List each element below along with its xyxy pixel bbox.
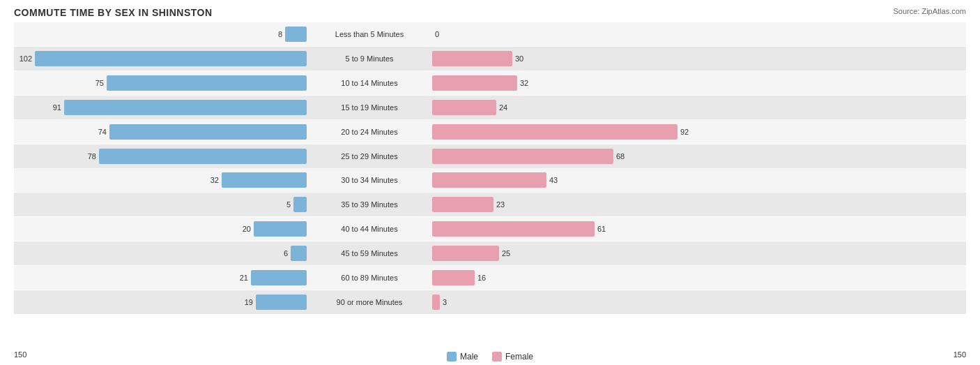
chart-container: COMMUTE TIME BY SEX IN SHINNSTON Source:… bbox=[0, 0, 980, 365]
bar-row: 8Less than 5 Minutes0 bbox=[14, 22, 966, 46]
female-bar bbox=[432, 246, 499, 261]
male-value: 20 bbox=[243, 225, 251, 233]
male-value: 78 bbox=[88, 152, 96, 161]
female-value: 24 bbox=[499, 103, 507, 112]
legend-male: Male bbox=[447, 352, 478, 362]
bar-row: 645 to 59 Minutes25 bbox=[14, 241, 966, 265]
female-section: 68 bbox=[432, 144, 725, 168]
female-bar bbox=[432, 149, 613, 164]
male-bar bbox=[285, 27, 307, 42]
female-value: 92 bbox=[680, 128, 689, 136]
bar-row: 3230 to 34 Minutes43 bbox=[14, 168, 966, 192]
female-section: 92 bbox=[432, 120, 725, 144]
male-value: 21 bbox=[240, 274, 248, 282]
legend-male-box bbox=[447, 352, 457, 362]
axis-label-left: 150 bbox=[14, 350, 26, 359]
male-bar bbox=[256, 295, 307, 310]
female-section: 25 bbox=[432, 241, 725, 265]
male-section: 74 bbox=[14, 120, 307, 144]
source-text: Source: ZipAtlas.com bbox=[893, 7, 966, 15]
legend-female-box bbox=[492, 352, 502, 362]
female-value: 0 bbox=[435, 30, 439, 38]
female-bar bbox=[432, 295, 440, 310]
female-bar bbox=[432, 75, 517, 91]
bar-row: 7510 to 14 Minutes32 bbox=[14, 71, 966, 95]
female-bar bbox=[432, 124, 677, 140]
legend-female-label: Female bbox=[505, 352, 533, 362]
bars-area: 8Less than 5 Minutes01025 to 9 Minutes30… bbox=[14, 22, 966, 314]
bar-row: 2040 to 44 Minutes61 bbox=[14, 217, 966, 241]
male-section: 21 bbox=[14, 266, 307, 290]
male-section: 78 bbox=[14, 144, 307, 168]
legend-female: Female bbox=[492, 352, 533, 362]
female-section: 61 bbox=[432, 217, 725, 241]
male-value: 75 bbox=[95, 79, 104, 87]
bar-label: 45 to 59 Minutes bbox=[307, 249, 432, 258]
female-value: 25 bbox=[502, 249, 510, 258]
bar-row: 7825 to 29 Minutes68 bbox=[14, 144, 966, 168]
male-section: 8 bbox=[14, 22, 307, 46]
female-bar bbox=[432, 51, 512, 66]
male-value: 74 bbox=[98, 128, 107, 136]
male-section: 6 bbox=[14, 241, 307, 265]
bar-label: 25 to 29 Minutes bbox=[307, 152, 432, 161]
female-section: 32 bbox=[432, 71, 725, 95]
bar-row: 7420 to 24 Minutes92 bbox=[14, 120, 966, 144]
bar-label: 35 to 39 Minutes bbox=[307, 200, 432, 209]
female-value: 61 bbox=[597, 225, 606, 233]
male-section: 19 bbox=[14, 290, 307, 314]
female-section: 43 bbox=[432, 168, 725, 192]
bar-label: 30 to 34 Minutes bbox=[307, 176, 432, 184]
female-section: 0 bbox=[432, 22, 725, 46]
male-section: 102 bbox=[14, 47, 307, 70]
male-bar bbox=[222, 172, 307, 188]
male-section: 32 bbox=[14, 168, 307, 192]
female-value: 30 bbox=[515, 54, 523, 63]
bar-row: 535 to 39 Minutes23 bbox=[14, 193, 966, 216]
male-value: 102 bbox=[20, 54, 32, 63]
male-bar bbox=[291, 246, 307, 261]
male-section: 75 bbox=[14, 71, 307, 95]
female-bar bbox=[432, 172, 546, 188]
chart-bottom: 150 Male Female 150 bbox=[14, 348, 966, 362]
male-value: 6 bbox=[284, 249, 288, 258]
bar-row: 9115 to 19 Minutes24 bbox=[14, 96, 966, 119]
female-value: 16 bbox=[477, 274, 486, 282]
male-bar bbox=[293, 197, 307, 212]
male-section: 20 bbox=[14, 217, 307, 241]
bar-label: 5 to 9 Minutes bbox=[307, 54, 432, 63]
female-section: 3 bbox=[432, 290, 725, 314]
male-value: 32 bbox=[210, 176, 219, 184]
female-section: 16 bbox=[432, 266, 725, 290]
male-bar bbox=[35, 51, 307, 66]
male-section: 91 bbox=[14, 96, 307, 119]
female-value: 43 bbox=[549, 176, 558, 184]
bar-label: 20 to 24 Minutes bbox=[307, 128, 432, 136]
female-bar bbox=[432, 197, 493, 212]
bar-label: Less than 5 Minutes bbox=[307, 30, 432, 38]
female-bar bbox=[432, 100, 496, 115]
axis-label-right: 150 bbox=[954, 350, 966, 359]
male-bar bbox=[99, 149, 307, 164]
legend-male-label: Male bbox=[460, 352, 478, 362]
male-value: 91 bbox=[53, 103, 61, 112]
bar-label: 15 to 19 Minutes bbox=[307, 103, 432, 112]
bar-row: 2160 to 89 Minutes16 bbox=[14, 266, 966, 290]
chart-title: COMMUTE TIME BY SEX IN SHINNSTON bbox=[14, 7, 966, 18]
male-section: 5 bbox=[14, 193, 307, 216]
female-section: 30 bbox=[432, 47, 725, 70]
male-value: 8 bbox=[278, 30, 282, 38]
male-bar bbox=[251, 270, 307, 285]
female-bar bbox=[432, 221, 595, 237]
male-bar bbox=[107, 75, 307, 91]
legend: Male Female bbox=[447, 352, 533, 362]
male-bar bbox=[109, 124, 307, 140]
bar-label: 40 to 44 Minutes bbox=[307, 225, 432, 233]
bar-label: 10 to 14 Minutes bbox=[307, 79, 432, 87]
bar-label: 90 or more Minutes bbox=[307, 298, 432, 306]
bar-label: 60 to 89 Minutes bbox=[307, 274, 432, 282]
male-value: 19 bbox=[245, 298, 253, 306]
female-bar bbox=[432, 270, 475, 285]
male-value: 5 bbox=[286, 200, 291, 209]
bar-row: 1025 to 9 Minutes30 bbox=[14, 47, 966, 70]
